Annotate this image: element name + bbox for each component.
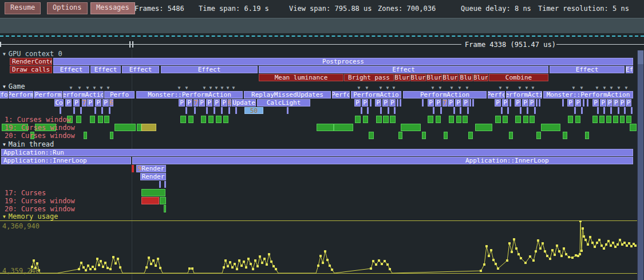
game-thread-19-row-tick[interactable] [317, 124, 334, 131]
section-header-game[interactable]: ▼Game [3, 83, 25, 90]
game-thread-20-row-tick[interactable] [585, 132, 589, 139]
game-zone-row-2-zone[interactable]: P [575, 99, 581, 107]
game-thread-1-row-tick[interactable] [592, 116, 598, 123]
main-tick-row-tick[interactable] [159, 181, 161, 188]
game-thread-1-row-tick[interactable] [456, 116, 461, 123]
message-marker-icon[interactable]: ▼ [504, 86, 510, 90]
game-zone-row-2-zone[interactable]: P [626, 99, 631, 107]
main-run-row-zone[interactable]: Application::Run [1, 149, 633, 156]
game-zone-row-3-tick[interactable] [101, 107, 103, 114]
game-thread-1-row-tick[interactable] [180, 116, 186, 123]
game-thread-1-row-tick[interactable] [216, 116, 222, 123]
gpu-renderpass-row-zone[interactable]: Postprocess [53, 58, 633, 65]
message-marker-icon[interactable]: ▼ [524, 86, 530, 90]
message-marker-icon[interactable]: ▼ [219, 86, 225, 90]
game-zone-row-3-tick[interactable] [618, 107, 619, 114]
game-thread-1-row-tick[interactable] [90, 116, 95, 123]
game-zone-row-3-tick[interactable] [287, 107, 289, 114]
section-header-main-thread[interactable]: ▼Main thread [3, 141, 54, 148]
game-zone-row-3-tick[interactable] [440, 107, 442, 114]
collapse-icon[interactable]: ▼ [3, 84, 6, 89]
gpu-postprocess-row-zone[interactable]: Mean luminance [259, 74, 343, 81]
game-zone-row-2-tick[interactable] [509, 99, 511, 107]
game-zone-row-2-zone[interactable]: P [435, 99, 441, 107]
game-zone-row-2-tick[interactable] [469, 99, 471, 107]
game-zone-row-2-tick[interactable] [472, 99, 474, 107]
game-thread-1-row-tick[interactable] [383, 116, 389, 123]
game-thread-20-row-tick[interactable] [563, 132, 567, 139]
game-zone-row-2-zone[interactable]: P [607, 99, 613, 107]
collapse-icon[interactable]: ▼ [3, 52, 6, 57]
game-thread-20-row-tick[interactable] [444, 132, 448, 139]
message-marker-icon[interactable]: ▼ [579, 86, 584, 90]
game-zone-row-3-tick[interactable] [527, 107, 528, 114]
game-zone-row-2-zone[interactable]: P [186, 99, 192, 107]
game-zone-row-3-tick[interactable] [109, 107, 110, 114]
message-marker-icon[interactable]: ▼ [623, 86, 629, 90]
game-thread-19-row-tick[interactable] [137, 124, 141, 131]
game-zone-row-1-zone[interactable]: Perfc [488, 91, 505, 98]
main-innerloop-row-zone[interactable]: Application::InnerLoop [1, 157, 131, 164]
message-marker-icon[interactable]: ▼ [609, 86, 614, 90]
game-thread-1-row-tick[interactable] [495, 116, 501, 123]
game-zone-row-2-zone[interactable]: P [592, 99, 599, 107]
game-zone-row-2-zone[interactable]: P [95, 99, 101, 107]
game-zone-row-2-zone[interactable]: P [354, 99, 361, 107]
game-zone-row-1-zone[interactable]: fo [0, 91, 8, 98]
game-zone-row-3-tick[interactable] [631, 107, 633, 114]
gpu-postprocess-row-zone[interactable]: Blur [442, 74, 458, 81]
game-thread-1-row-tick[interactable] [376, 116, 382, 123]
section-header-gpu[interactable]: ▼GPU context 0 [3, 50, 62, 58]
scrollbar-thumb-cap[interactable] [638, 50, 643, 64]
main-thread-19-row-tick[interactable] [160, 197, 166, 204]
game-thread-20-row-tick[interactable] [110, 132, 113, 139]
game-zone-row-2-zone[interactable]: 7 [193, 99, 198, 107]
game-zone-row-1-zone[interactable]: Perform [34, 91, 62, 98]
game-zone-row-3-zone[interactable]: 50 [244, 107, 263, 114]
game-thread-1-row-tick[interactable] [620, 116, 625, 123]
thread-label[interactable]: 20: Curses window [5, 132, 75, 140]
game-zone-row-2-zone[interactable]: P [529, 99, 535, 107]
message-marker-icon[interactable]: ▼ [378, 86, 384, 90]
game-zone-row-2-zone[interactable]: P [613, 99, 619, 107]
game-thread-1-row-tick[interactable] [463, 116, 468, 123]
gpu-drawcalls-row-zone[interactable]: Effect [161, 66, 258, 73]
frames-overview-band[interactable] [0, 18, 644, 33]
game-zone-row-2-tick[interactable] [400, 99, 401, 107]
game-zone-row-3-tick[interactable] [73, 107, 75, 114]
game-zone-row-2-zone[interactable]: P [495, 99, 501, 107]
game-zone-row-2-zone[interactable]: P [73, 99, 80, 107]
game-zone-row-2-zone[interactable]: P [502, 99, 508, 107]
game-zone-row-2-zone[interactable]: P [206, 99, 212, 107]
game-thread-1-row-tick[interactable] [104, 116, 109, 123]
scrollbar-track[interactable] [637, 50, 644, 280]
game-zone-row-3-tick[interactable] [235, 107, 237, 114]
message-marker-icon[interactable]: ▼ [385, 86, 390, 90]
game-zone-row-1-zone[interactable]: PerformActio [351, 91, 401, 98]
game-zone-row-2-zone[interactable]: P [221, 99, 227, 107]
game-zone-row-3-tick[interactable] [361, 107, 362, 114]
section-header-memory[interactable]: ▼Memory usage [3, 213, 58, 220]
message-marker-icon[interactable]: ▼ [214, 86, 219, 90]
game-thread-1-row-tick[interactable] [355, 116, 361, 123]
game-zone-row-3-tick[interactable] [394, 107, 396, 114]
gpu-postprocess-row-zone[interactable]: Blur [394, 74, 410, 81]
game-thread-1-row-tick[interactable] [515, 116, 521, 123]
game-zone-row-1-zone[interactable]: Perfc [332, 91, 350, 98]
game-thread-20-row-tick[interactable] [84, 132, 87, 139]
gpu-postprocess-row-zone[interactable]: Bright pass [344, 74, 394, 81]
game-zone-row-3-tick[interactable] [367, 107, 369, 114]
options-button[interactable]: Options [47, 2, 88, 14]
gpu-renderpass-row-zone[interactable]: RenderConte [10, 58, 52, 65]
game-thread-19-row-tick[interactable] [475, 124, 492, 131]
game-zone-row-3-tick[interactable] [467, 107, 469, 114]
game-zone-row-1-zone[interactable]: PerformAction [403, 91, 487, 98]
message-marker-icon[interactable]: ▼ [517, 86, 523, 90]
gpu-drawcalls-row-zone[interactable]: Effect [550, 66, 625, 73]
gpu-postprocess-row-zone[interactable]: Blu [459, 74, 473, 81]
game-zone-row-2-zone[interactable]: P [375, 99, 381, 107]
game-zone-row-2-zone[interactable]: P [214, 99, 220, 107]
game-zone-row-2-zone[interactable]: P [463, 99, 469, 107]
game-zone-row-2-zone[interactable]: P [428, 99, 434, 107]
game-zone-row-2-zone[interactable]: P [65, 99, 72, 107]
